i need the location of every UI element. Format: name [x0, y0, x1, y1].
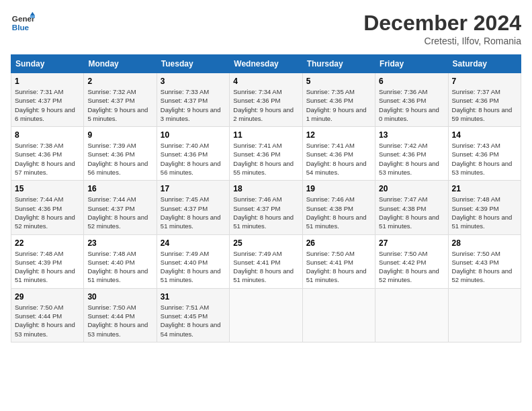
cell-info: Sunrise: 7:50 AMSunset: 4:44 PMDaylight:…: [15, 304, 75, 338]
calendar-week-2: 8 Sunrise: 7:38 AMSunset: 4:36 PMDayligh…: [11, 127, 521, 181]
logo-icon: General Blue: [11, 11, 35, 35]
table-cell: 3 Sunrise: 7:33 AMSunset: 4:37 PMDayligh…: [157, 73, 229, 127]
table-cell: 24 Sunrise: 7:49 AMSunset: 4:40 PMDaylig…: [157, 234, 229, 288]
day-number: 19: [306, 184, 371, 193]
day-number: 14: [452, 130, 517, 140]
table-cell: [230, 288, 302, 342]
calendar-week-1: 1 Sunrise: 7:31 AMSunset: 4:37 PMDayligh…: [11, 73, 521, 127]
table-cell: 30 Sunrise: 7:50 AMSunset: 4:44 PMDaylig…: [84, 288, 157, 342]
day-number: 31: [161, 292, 226, 302]
table-cell: 13 Sunrise: 7:42 AMSunset: 4:36 PMDaylig…: [375, 127, 448, 181]
cell-info: Sunrise: 7:34 AMSunset: 4:36 PMDaylight:…: [233, 88, 294, 122]
cell-info: Sunrise: 7:50 AMSunset: 4:41 PMDaylight:…: [306, 250, 367, 284]
table-cell: 27 Sunrise: 7:50 AMSunset: 4:42 PMDaylig…: [375, 234, 448, 288]
day-number: 12: [306, 130, 371, 140]
day-number: 27: [379, 238, 444, 248]
cell-info: Sunrise: 7:44 AMSunset: 4:36 PMDaylight:…: [15, 195, 75, 230]
cell-info: Sunrise: 7:41 AMSunset: 4:36 PMDaylight:…: [233, 142, 294, 176]
calendar-week-5: 29 Sunrise: 7:50 AMSunset: 4:44 PMDaylig…: [11, 288, 521, 342]
table-cell: 19 Sunrise: 7:46 AMSunset: 4:38 PMDaylig…: [302, 181, 375, 234]
day-number: 3: [161, 77, 226, 86]
table-cell: 4 Sunrise: 7:34 AMSunset: 4:36 PMDayligh…: [230, 73, 302, 127]
day-number: 17: [161, 184, 226, 193]
table-cell: 17 Sunrise: 7:45 AMSunset: 4:37 PMDaylig…: [157, 181, 229, 234]
day-number: 20: [379, 184, 444, 193]
table-cell: 25 Sunrise: 7:49 AMSunset: 4:41 PMDaylig…: [230, 234, 302, 288]
table-cell: 16 Sunrise: 7:44 AMSunset: 4:37 PMDaylig…: [84, 181, 157, 234]
table-cell: 2 Sunrise: 7:32 AMSunset: 4:37 PMDayligh…: [84, 73, 157, 127]
cell-info: Sunrise: 7:44 AMSunset: 4:37 PMDaylight:…: [87, 195, 148, 230]
cell-info: Sunrise: 7:51 AMSunset: 4:45 PMDaylight:…: [161, 304, 221, 338]
table-cell: 1 Sunrise: 7:31 AMSunset: 4:37 PMDayligh…: [11, 73, 84, 127]
cell-info: Sunrise: 7:45 AMSunset: 4:37 PMDaylight:…: [161, 195, 221, 230]
table-cell: 26 Sunrise: 7:50 AMSunset: 4:41 PMDaylig…: [302, 234, 375, 288]
logo: General Blue: [11, 11, 35, 35]
cell-info: Sunrise: 7:50 AMSunset: 4:42 PMDaylight:…: [379, 250, 439, 284]
cell-info: Sunrise: 7:50 AMSunset: 4:43 PMDaylight:…: [452, 250, 513, 284]
cell-info: Sunrise: 7:41 AMSunset: 4:36 PMDaylight:…: [306, 142, 367, 176]
day-number: 16: [87, 184, 152, 193]
cell-info: Sunrise: 7:38 AMSunset: 4:36 PMDaylight:…: [15, 142, 75, 176]
location-title: Cretesti, Ilfov, Romania: [363, 36, 521, 46]
calendar-week-3: 15 Sunrise: 7:44 AMSunset: 4:36 PMDaylig…: [11, 181, 521, 234]
cell-info: Sunrise: 7:47 AMSunset: 4:38 PMDaylight:…: [379, 195, 439, 230]
day-number: 11: [233, 130, 298, 140]
svg-marker-3: [30, 15, 35, 18]
cell-info: Sunrise: 7:37 AMSunset: 4:36 PMDaylight:…: [452, 88, 513, 122]
month-title: December 2024: [363, 11, 521, 36]
day-number: 21: [452, 184, 517, 193]
table-cell: 5 Sunrise: 7:35 AMSunset: 4:36 PMDayligh…: [302, 73, 375, 127]
page-header: General Blue December 2024 Cretesti, Ilf…: [11, 11, 521, 46]
col-monday: Monday: [84, 55, 157, 73]
table-cell: 31 Sunrise: 7:51 AMSunset: 4:45 PMDaylig…: [157, 288, 229, 342]
table-cell: 28 Sunrise: 7:50 AMSunset: 4:43 PMDaylig…: [448, 234, 521, 288]
table-cell: 6 Sunrise: 7:36 AMSunset: 4:36 PMDayligh…: [375, 73, 448, 127]
table-cell: 29 Sunrise: 7:50 AMSunset: 4:44 PMDaylig…: [11, 288, 84, 342]
cell-info: Sunrise: 7:49 AMSunset: 4:41 PMDaylight:…: [233, 250, 294, 284]
table-cell: 22 Sunrise: 7:48 AMSunset: 4:39 PMDaylig…: [11, 234, 84, 288]
day-number: 18: [233, 184, 298, 193]
cell-info: Sunrise: 7:50 AMSunset: 4:44 PMDaylight:…: [87, 304, 148, 338]
table-cell: 18 Sunrise: 7:46 AMSunset: 4:37 PMDaylig…: [230, 181, 302, 234]
day-number: 28: [452, 238, 517, 248]
table-cell: 14 Sunrise: 7:43 AMSunset: 4:36 PMDaylig…: [448, 127, 521, 181]
col-friday: Friday: [375, 55, 448, 73]
table-cell: 10 Sunrise: 7:40 AMSunset: 4:36 PMDaylig…: [157, 127, 229, 181]
day-number: 7: [452, 77, 517, 86]
day-number: 4: [233, 77, 298, 86]
cell-info: Sunrise: 7:46 AMSunset: 4:38 PMDaylight:…: [306, 195, 367, 230]
day-number: 29: [15, 292, 80, 302]
calendar-header-row: Sunday Monday Tuesday Wednesday Thursday…: [11, 55, 521, 73]
cell-info: Sunrise: 7:48 AMSunset: 4:39 PMDaylight:…: [15, 250, 75, 284]
day-number: 1: [15, 77, 80, 86]
table-cell: 15 Sunrise: 7:44 AMSunset: 4:36 PMDaylig…: [11, 181, 84, 234]
cell-info: Sunrise: 7:33 AMSunset: 4:37 PMDaylight:…: [161, 88, 221, 122]
cell-info: Sunrise: 7:42 AMSunset: 4:36 PMDaylight:…: [379, 142, 439, 176]
col-wednesday: Wednesday: [230, 55, 302, 73]
cell-info: Sunrise: 7:39 AMSunset: 4:36 PMDaylight:…: [87, 142, 148, 176]
title-block: December 2024 Cretesti, Ilfov, Romania: [363, 11, 521, 46]
day-number: 22: [15, 238, 80, 248]
day-number: 25: [233, 238, 298, 248]
table-cell: 23 Sunrise: 7:48 AMSunset: 4:40 PMDaylig…: [84, 234, 157, 288]
table-cell: [302, 288, 375, 342]
table-cell: 8 Sunrise: 7:38 AMSunset: 4:36 PMDayligh…: [11, 127, 84, 181]
table-cell: 11 Sunrise: 7:41 AMSunset: 4:36 PMDaylig…: [230, 127, 302, 181]
day-number: 13: [379, 130, 444, 140]
cell-info: Sunrise: 7:49 AMSunset: 4:40 PMDaylight:…: [161, 250, 221, 284]
cell-info: Sunrise: 7:48 AMSunset: 4:40 PMDaylight:…: [87, 250, 148, 284]
table-cell: 12 Sunrise: 7:41 AMSunset: 4:36 PMDaylig…: [302, 127, 375, 181]
day-number: 15: [15, 184, 80, 193]
col-saturday: Saturday: [448, 55, 521, 73]
cell-info: Sunrise: 7:31 AMSunset: 4:37 PMDaylight:…: [15, 88, 75, 122]
day-number: 23: [87, 238, 152, 248]
cell-info: Sunrise: 7:36 AMSunset: 4:36 PMDaylight:…: [379, 88, 439, 122]
table-cell: 20 Sunrise: 7:47 AMSunset: 4:38 PMDaylig…: [375, 181, 448, 234]
day-number: 8: [15, 130, 80, 140]
cell-info: Sunrise: 7:35 AMSunset: 4:36 PMDaylight:…: [306, 88, 367, 122]
cell-info: Sunrise: 7:40 AMSunset: 4:36 PMDaylight:…: [161, 142, 221, 176]
cell-info: Sunrise: 7:48 AMSunset: 4:39 PMDaylight:…: [452, 195, 513, 230]
table-cell: 9 Sunrise: 7:39 AMSunset: 4:36 PMDayligh…: [84, 127, 157, 181]
cell-info: Sunrise: 7:46 AMSunset: 4:37 PMDaylight:…: [233, 195, 294, 230]
day-number: 6: [379, 77, 444, 86]
